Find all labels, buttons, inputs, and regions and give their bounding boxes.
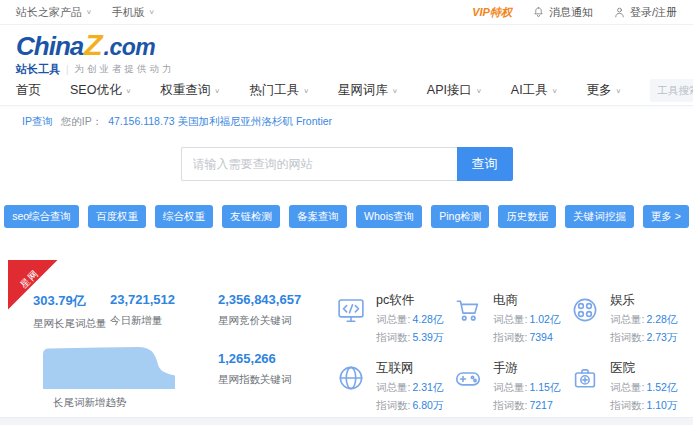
starnet-data-panel: 星网 303.79亿 星网长尾词总量 23,721,512 今日新增量 长尾词新… [0,258,693,413]
tile-pc-software[interactable]: pc软件 词总量:4.28亿 指词数:5.39万 [336,292,453,345]
index-value: 7217 [529,399,552,411]
nav-item-api[interactable]: API接口 ∨ [427,82,482,99]
tile-text: 手游 词总量:1.15亿 指词数:7217 [493,360,560,413]
nav-item-ai-tools[interactable]: AI工具 ∨ [511,82,558,99]
panel-body: 303.79亿 星网长尾词总量 23,721,512 今日新增量 长尾词新增趋势… [33,292,693,413]
quick-btn-more[interactable]: 更多 > [643,205,689,228]
today-new-value: 23,721,512 [110,292,175,307]
quick-btn-combined-weight[interactable]: 综合权重 [155,205,213,228]
tile-title: pc软件 [376,292,443,309]
chevron-down-icon: ∨ [616,86,622,93]
products-menu-label: 站长之家产品 [16,5,82,20]
login-register-link[interactable]: 登录/注册 [613,5,677,20]
total-label: 词总量: [376,381,410,393]
tile-index-row: 指词数:1.10万 [610,399,677,413]
chevron-down-icon: ∨ [214,86,220,93]
longtail-total-label: 星网长尾词总量 [33,317,110,331]
query-button[interactable]: 查询 [457,147,513,181]
nav-item-label: AI工具 [511,82,548,99]
mobile-version-label: 手机版 [112,5,145,20]
chinaz-logo[interactable]: ChinaZ.com [16,30,677,60]
quick-tools-row: seo综合查询 百度权重 综合权重 友链检测 备案查询 Whois查询 Ping… [0,205,693,228]
chevron-down-icon: ∨ [125,86,131,93]
notifications-label: 消息通知 [549,5,593,20]
monitor-code-icon [336,295,366,325]
tile-ecommerce[interactable]: 电商 词总量:1.02亿 指词数:7394 [453,292,570,345]
tile-title: 娱乐 [610,292,677,309]
tile-text: pc软件 词总量:4.28亿 指词数:5.39万 [376,292,443,345]
tile-total-row: 词总量:2.28亿 [610,313,677,327]
index-label: 指词数: [493,399,527,411]
today-new-label: 今日新增量 [110,314,175,328]
tile-text: 电商 词总量:1.02亿 指词数:7394 [493,292,560,345]
quick-btn-ping[interactable]: Ping检测 [431,205,489,228]
tool-search-input[interactable] [657,84,693,96]
chevron-down-icon: ∨ [476,86,482,93]
quick-btn-whois[interactable]: Whois查询 [356,205,422,228]
quick-btn-history-data[interactable]: 历史数据 [498,205,556,228]
bidding-keywords-value: 2,356,843,657 [218,292,336,307]
nav-item-seo[interactable]: SEO优化 ∨ [70,82,131,99]
index-value: 5.39万 [412,331,443,343]
tile-title: 互联网 [376,360,443,377]
your-ip-label: 您的IP： [61,115,102,127]
today-new-stat: 23,721,512 今日新增量 [110,292,175,331]
tile-internet[interactable]: 互联网 词总量:2.31亿 指词数:6.80万 [336,360,453,413]
tile-hospital[interactable]: 医院 词总量:1.52亿 指词数:1.10万 [570,360,687,413]
login-register-label: 登录/注册 [630,5,677,20]
ip-info-bar: IP查询 您的IP： 47.156.118.73 美国加利福尼亚州洛杉矶 Fro… [22,115,693,129]
quick-btn-seo-combined[interactable]: seo综合查询 [4,205,79,228]
quick-btn-keyword-mining[interactable]: 关键词挖掘 [565,205,634,228]
next-section-divider [0,417,693,425]
nav-item-label: 更多 [587,82,612,99]
ip-query-link[interactable]: IP查询 [22,115,53,127]
index-label: 指词数: [493,331,527,343]
nav-item-label: API接口 [427,82,472,99]
tile-text: 医院 词总量:1.52亿 指词数:1.10万 [610,360,677,413]
nav-item-label: 权重查询 [160,82,210,99]
index-value: 7394 [529,331,552,343]
main-nav: 首页 SEO优化 ∨ 权重查询 ∨ 热门工具 ∨ 星网词库 ∨ API接口 ∨ … [0,75,693,106]
tile-text: 娱乐 词总量:2.28亿 指词数:2.73万 [610,292,677,345]
nav-item-weight-query[interactable]: 权重查询 ∨ [160,82,220,99]
ip-location-link[interactable]: 47.156.118.73 美国加利福尼亚州洛杉矶 Frontier [108,115,332,127]
tile-total-row: 词总量:1.52亿 [610,381,677,395]
nav-item-hot-tools[interactable]: 热门工具 ∨ [249,82,309,99]
chevron-down-icon: ∨ [86,8,92,15]
nav-item-starnet-lexicon[interactable]: 星网词库 ∨ [338,82,398,99]
tile-mobile-games[interactable]: 手游 词总量:1.15亿 指词数:7217 [453,360,570,413]
quick-btn-friendlink-check[interactable]: 友链检测 [222,205,280,228]
gamepad-icon [453,363,483,393]
longtail-total-value: 303.79亿 [33,292,110,310]
globe-icon [336,363,366,393]
area-chart-shape [43,344,175,389]
tile-entertainment[interactable]: 娱乐 词总量:2.28亿 指词数:2.73万 [570,292,687,345]
notifications-link[interactable]: 消息通知 [532,5,593,20]
site-search-input[interactable] [181,147,457,181]
site-search-bar: 查询 [181,147,513,181]
products-menu[interactable]: 站长之家产品 ∨ [16,5,92,20]
tool-search-box [650,79,693,102]
top-utility-bar: 站长之家产品 ∨ 手机版 ∨ VIP特权 消息通知 登录/注册 [0,0,693,25]
nav-item-more[interactable]: 更多 ∨ [587,82,622,99]
entertainment-icon [570,295,600,325]
chevron-down-icon: ∨ [303,86,309,93]
tile-total-row: 词总量:1.15亿 [493,381,560,395]
quick-btn-icp-query[interactable]: 备案查询 [289,205,347,228]
tile-title: 电商 [493,292,560,309]
topbar-right: VIP特权 消息通知 登录/注册 [472,5,677,20]
slogan-label: 为创业者提供动力 [75,63,175,76]
brand-label: 站长工具 [16,62,60,77]
quick-btn-baidu-weight[interactable]: 百度权重 [88,205,146,228]
tile-index-row: 指词数:5.39万 [376,331,443,345]
nav-item-home[interactable]: 首页 [16,82,41,99]
shopping-cart-icon [453,295,483,325]
vip-link[interactable]: VIP特权 [472,5,512,20]
mobile-version-menu[interactable]: 手机版 ∨ [112,5,155,20]
bidding-keywords-stat: 2,356,843,657 星网竞价关键词 [218,292,336,328]
total-value: 4.28亿 [412,313,443,325]
tile-index-row: 指词数:2.73万 [610,331,677,345]
total-label: 词总量: [493,381,527,393]
total-value: 1.02亿 [529,313,560,325]
hospital-icon [570,363,600,393]
